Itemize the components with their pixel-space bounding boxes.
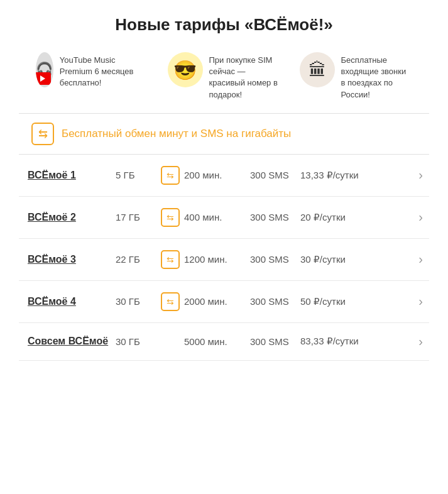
sim-feature-icon: 😎 <box>168 52 203 87</box>
tariff-gb: 30 ГБ <box>116 296 156 307</box>
tariff-minutes: 1200 мин. <box>184 254 250 265</box>
sim-feature-text: При покупке SIM сейчас — красивый номер … <box>209 52 281 101</box>
tariff-arrow-icon: › <box>415 334 423 349</box>
tariff-row[interactable]: ВСЁмоё 3 22 ГБ ⇆ 1200 мин. 300 SMS 30 ₽/… <box>19 239 429 281</box>
tariff-gb: 30 ГБ <box>116 336 156 347</box>
tariff-minutes: 2000 мин. <box>184 296 250 307</box>
tariff-price: 83,33 ₽/сутки <box>300 336 415 347</box>
tariff-arrow-icon: › <box>415 294 423 309</box>
page-container: Новые тарифы «ВСЁмоё!» 🎧 YouTube Music P… <box>0 0 448 376</box>
tariff-exchange-cell: ⇆ <box>156 250 184 269</box>
kremlin-icon: 🏛 <box>309 60 326 80</box>
features-section: 🎧 YouTube Music Premium 6 месяцев беспла… <box>19 52 429 101</box>
tariff-exchange-cell: ⇆ <box>156 166 184 185</box>
tariff-minutes: 400 мин. <box>184 212 250 222</box>
exchange-banner: ⇆ Бесплатный обмен минут и SMS на гигаба… <box>19 113 429 155</box>
calls-feature-icon: 🏛 <box>300 52 335 87</box>
page-title: Новые тарифы «ВСЁмоё!» <box>19 15 429 35</box>
small-exchange-icon: ⇆ <box>161 250 180 269</box>
tariff-row[interactable]: ВСЁмоё 2 17 ГБ ⇆ 400 мин. 300 SMS 20 ₽/с… <box>19 197 429 239</box>
tariff-row[interactable]: ВСЁмоё 1 5 ГБ ⇆ 200 мин. 300 SMS 13,33 ₽… <box>19 155 429 197</box>
tariff-list: ВСЁмоё 1 5 ГБ ⇆ 200 мин. 300 SMS 13,33 ₽… <box>19 155 429 361</box>
tariff-exchange-cell: ⇆ <box>156 292 184 311</box>
emoji-icon: 😎 <box>173 59 197 81</box>
small-exchange-icon: ⇆ <box>161 292 180 311</box>
youtube-feature-icon: 🎧 <box>36 52 53 87</box>
tariff-price: 50 ₽/сутки <box>300 296 415 307</box>
tariff-sms: 300 SMS <box>250 254 300 265</box>
tariff-arrow-icon: › <box>415 210 423 224</box>
tariff-row[interactable]: ВСЁмоё 4 30 ГБ ⇆ 2000 мин. 300 SMS 50 ₽/… <box>19 281 429 323</box>
youtube-feature-text: YouTube Music Premium 6 месяцев бесплатн… <box>60 52 149 89</box>
tariff-row[interactable]: Совсем ВСЁмоё 30 ГБ 5000 мин. 300 SMS 83… <box>19 323 429 361</box>
tariff-price: 13,33 ₽/сутки <box>300 170 415 181</box>
tariff-sms: 300 SMS <box>250 212 300 222</box>
youtube-overlay-icon <box>36 72 51 85</box>
tariff-name: ВСЁмоё 4 <box>28 296 116 307</box>
small-exchange-icon: ⇆ <box>161 166 180 185</box>
exchange-banner-icon: ⇆ <box>31 123 54 145</box>
tariff-price: 30 ₽/сутки <box>300 254 415 265</box>
tariff-name: ВСЁмоё 3 <box>28 254 116 265</box>
tariff-arrow-icon: › <box>415 168 423 182</box>
tariff-name: ВСЁмоё 1 <box>28 170 116 181</box>
tariff-gb: 17 ГБ <box>116 212 156 222</box>
feature-sim: 😎 При покупке SIM сейчас — красивый номе… <box>168 52 281 101</box>
tariff-minutes: 200 мин. <box>184 170 250 180</box>
small-exchange-icon: ⇆ <box>161 208 180 227</box>
tariff-minutes: 5000 мин. <box>184 336 250 347</box>
feature-youtube: 🎧 YouTube Music Premium 6 месяцев беспла… <box>36 52 149 89</box>
exchange-arrows-icon: ⇆ <box>38 127 48 141</box>
tariff-sms: 300 SMS <box>250 296 300 307</box>
tariff-name: Совсем ВСЁмоё <box>28 336 116 347</box>
tariff-sms: 300 SMS <box>250 170 300 180</box>
exchange-banner-text: Бесплатный обмен минут и SMS на гигабайт… <box>62 128 291 140</box>
tariff-price: 20 ₽/сутки <box>300 212 415 223</box>
calls-feature-text: Бесплатные входящие звонки в поездках по… <box>341 52 413 101</box>
tariff-exchange-cell: ⇆ <box>156 208 184 227</box>
play-triangle-icon <box>40 75 45 82</box>
tariff-gb: 22 ГБ <box>116 254 156 265</box>
tariff-arrow-icon: › <box>415 252 423 266</box>
feature-calls: 🏛 Бесплатные входящие звонки в поездках … <box>300 52 413 101</box>
tariff-sms: 300 SMS <box>250 336 300 347</box>
tariff-gb: 5 ГБ <box>116 170 156 180</box>
tariff-name: ВСЁмоё 2 <box>28 212 116 223</box>
